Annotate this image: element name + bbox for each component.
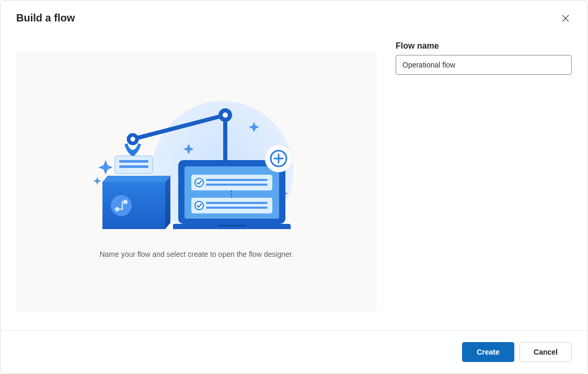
dialog-footer: Create Cancel	[1, 330, 587, 373]
dialog-body: Name your flow and select create to open…	[1, 25, 587, 330]
svg-point-20	[124, 200, 127, 203]
cancel-button[interactable]: Cancel	[520, 342, 572, 362]
svg-point-19	[116, 208, 119, 211]
svg-point-11	[129, 135, 137, 143]
flow-name-input[interactable]	[396, 55, 572, 75]
svg-rect-28	[206, 184, 268, 186]
svg-marker-16	[102, 176, 170, 182]
flow-name-label: Flow name	[396, 41, 572, 51]
svg-rect-24	[217, 225, 246, 226]
dialog-title: Build a flow	[16, 12, 75, 24]
illustration-panel: Name your flow and select create to open…	[16, 51, 377, 311]
flow-illustration	[87, 88, 306, 229]
svg-rect-32	[206, 202, 268, 204]
illustration-wrap: Name your flow and select create to open…	[87, 88, 306, 258]
svg-rect-33	[206, 207, 268, 209]
svg-marker-3	[98, 160, 113, 175]
svg-point-10	[221, 110, 230, 120]
helper-text: Name your flow and select create to open…	[99, 250, 293, 258]
build-flow-dialog: Build a flow	[0, 0, 588, 374]
form-panel: Flow name	[396, 41, 572, 320]
svg-rect-27	[206, 179, 268, 181]
close-icon	[562, 15, 569, 22]
svg-marker-4	[93, 177, 101, 185]
create-button[interactable]: Create	[462, 342, 514, 362]
svg-point-31	[195, 201, 203, 210]
svg-rect-12	[115, 156, 153, 174]
svg-marker-17	[165, 176, 170, 229]
svg-point-18	[111, 195, 132, 216]
close-button[interactable]	[559, 12, 572, 25]
svg-rect-14	[119, 165, 148, 168]
dialog-header: Build a flow	[1, 1, 587, 25]
svg-point-26	[195, 178, 203, 187]
svg-rect-13	[119, 160, 148, 163]
